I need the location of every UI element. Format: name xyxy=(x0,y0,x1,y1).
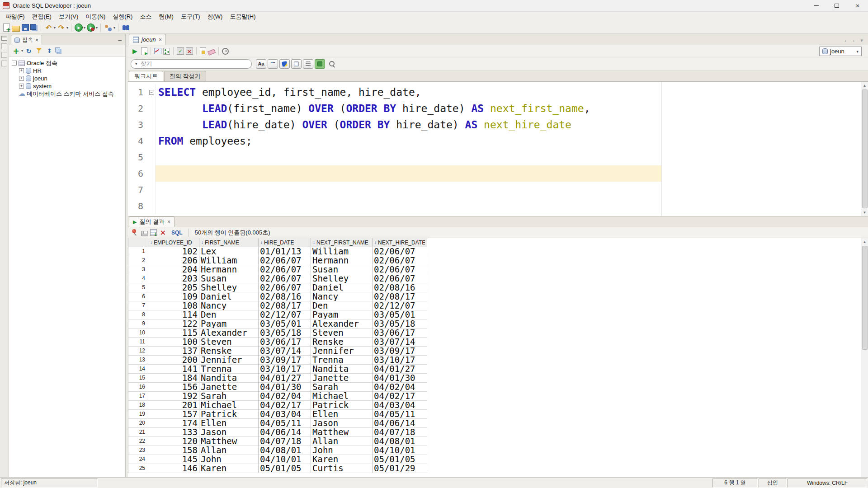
grid-cell[interactable]: 03/10/17 xyxy=(373,356,427,365)
tree-expander-icon[interactable]: − xyxy=(12,61,17,66)
grid-cell[interactable]: 03/07/14 xyxy=(259,347,311,356)
grid-cell[interactable]: 02/06/07 xyxy=(373,247,427,256)
grid-cell[interactable]: 02/08/17 xyxy=(373,292,427,301)
regex-button[interactable] xyxy=(291,59,302,69)
fold-collapse-icon[interactable]: − xyxy=(149,90,154,95)
save-icon[interactable] xyxy=(22,24,29,31)
grid-cell[interactable]: Renske xyxy=(199,347,259,356)
grid-cell[interactable]: 03/10/17 xyxy=(259,365,311,374)
grid-cell[interactable]: Karen xyxy=(311,455,373,464)
grid-cell[interactable]: Allan xyxy=(311,437,373,446)
grid-cell[interactable]: 05/01/29 xyxy=(373,464,427,473)
grid-cell[interactable]: Alexander xyxy=(199,328,259,338)
grid-cell[interactable]: Janette xyxy=(199,383,259,392)
grid-cell[interactable]: Trenna xyxy=(311,356,373,365)
code-line-7[interactable]: 7 xyxy=(128,182,868,198)
dropdown-caret-icon[interactable]: ▾ xyxy=(84,26,85,30)
grid-cell[interactable]: Jennifer xyxy=(199,356,259,365)
code-line-2[interactable]: 2 LEAD(first_name) OVER (ORDER BY hire_d… xyxy=(128,100,868,117)
grid-cell[interactable]: 03/09/17 xyxy=(373,347,427,356)
editor-tab-joeun[interactable]: joeun × xyxy=(129,34,166,45)
grid-cell[interactable]: Patrick xyxy=(199,410,259,419)
grid-cell[interactable]: 115 xyxy=(148,328,199,338)
grid-cell[interactable]: 05/01/05 xyxy=(259,464,311,473)
row-number-cell[interactable]: 4 xyxy=(128,274,148,283)
grid-cell[interactable]: 04/03/04 xyxy=(373,401,427,410)
dropdown-caret-icon[interactable]: ▾ xyxy=(21,49,23,53)
grid-cell[interactable]: Jason xyxy=(199,428,259,437)
prev-tab-icon[interactable]: ‹ xyxy=(842,38,849,43)
tree-expander-icon[interactable]: + xyxy=(19,68,24,73)
row-number-cell[interactable]: 23 xyxy=(128,446,148,455)
grid-cell[interactable]: Hermann xyxy=(199,265,259,274)
row-number-cell[interactable]: 16 xyxy=(128,383,148,392)
grid-cell[interactable]: 05/01/05 xyxy=(373,455,427,464)
unshared-icon[interactable] xyxy=(200,47,206,55)
grid-cell[interactable]: Jason xyxy=(311,419,373,428)
grid-cell[interactable]: Den xyxy=(311,301,373,310)
row-number-cell[interactable]: 20 xyxy=(128,419,148,428)
code-line-3[interactable]: 3 LEAD(hire_date) OVER (ORDER BY hire_da… xyxy=(128,117,868,133)
grid-cell[interactable]: 02/08/16 xyxy=(373,283,427,292)
rollback-icon[interactable] xyxy=(186,47,193,55)
row-number-cell[interactable]: 13 xyxy=(128,356,148,365)
row-number-cell[interactable]: 1 xyxy=(128,247,148,256)
dock-icon[interactable] xyxy=(1,36,7,41)
grid-cell[interactable]: 04/03/04 xyxy=(259,410,311,419)
row-number-cell[interactable]: 17 xyxy=(128,392,148,401)
grid-cell[interactable]: Nandita xyxy=(311,365,373,374)
grid-cell[interactable]: 205 xyxy=(148,283,199,292)
run-statement-icon[interactable] xyxy=(131,47,139,56)
grid-cell[interactable]: Nancy xyxy=(311,292,373,301)
vertical-tab-icon[interactable] xyxy=(1,43,7,49)
grid-cell[interactable]: Den xyxy=(199,310,259,319)
grid-cell[interactable]: 201 xyxy=(148,401,199,410)
grid-cell[interactable]: 137 xyxy=(148,347,199,356)
clear-icon[interactable] xyxy=(208,49,216,55)
row-number-cell[interactable]: 24 xyxy=(128,455,148,464)
search-options-icon[interactable] xyxy=(329,61,335,67)
close-button[interactable]: × xyxy=(847,0,868,11)
grid-cell[interactable]: 203 xyxy=(148,274,199,283)
grid-cell[interactable]: Sarah xyxy=(311,383,373,392)
collapse-all-icon[interactable] xyxy=(55,47,60,52)
grid-cell[interactable]: 04/10/01 xyxy=(373,446,427,455)
grid-cell[interactable]: 02/06/07 xyxy=(259,274,311,283)
grid-cell[interactable]: Allan xyxy=(199,446,259,455)
grid-cell[interactable]: 133 xyxy=(148,428,199,437)
commit-icon[interactable] xyxy=(177,47,184,55)
row-number-cell[interactable]: 15 xyxy=(128,374,148,383)
grid-cell[interactable]: Nancy xyxy=(199,301,259,310)
grid-cell[interactable]: 04/02/17 xyxy=(373,392,427,401)
grid-cell[interactable]: Trenna xyxy=(199,365,259,374)
run-script-icon[interactable] xyxy=(141,47,147,55)
code-line-5[interactable]: 5 xyxy=(128,149,868,165)
row-number-cell[interactable]: 19 xyxy=(128,410,148,419)
row-number-cell[interactable]: 8 xyxy=(128,310,148,319)
tab-query-builder[interactable]: 질의 작성기 xyxy=(164,71,206,81)
pin-icon[interactable] xyxy=(131,228,139,237)
explain-plan-icon[interactable] xyxy=(163,48,170,55)
tree-item-hr[interactable]: +HR xyxy=(9,67,125,75)
grid-cell[interactable]: 03/06/17 xyxy=(373,328,427,338)
grid-cell[interactable]: 04/02/17 xyxy=(259,401,311,410)
scroll-up-icon[interactable]: ▲ xyxy=(861,82,868,89)
row-number-cell[interactable]: 2 xyxy=(128,256,148,265)
grid-cell[interactable]: Renske xyxy=(311,338,373,347)
find-db-icon[interactable] xyxy=(122,23,130,32)
delete-icon[interactable] xyxy=(159,228,167,237)
grid-cell[interactable]: 158 xyxy=(148,446,199,455)
grid-cell[interactable]: 02/12/07 xyxy=(373,301,427,310)
grid-cell[interactable]: 02/12/07 xyxy=(259,310,311,319)
row-number-cell[interactable]: 25 xyxy=(128,464,148,473)
grid-cell[interactable]: 02/08/16 xyxy=(259,292,311,301)
grid-cell[interactable]: 04/08/01 xyxy=(373,437,427,446)
grid-cell[interactable]: Daniel xyxy=(311,283,373,292)
grid-cell[interactable]: Payam xyxy=(199,319,259,328)
menu-item[interactable]: 편집(E) xyxy=(28,12,55,22)
grid-cell[interactable]: Michael xyxy=(199,401,259,410)
grid-cell[interactable]: Ellen xyxy=(199,419,259,428)
column-header-EMPLOYEE_ID[interactable]: ↕EMPLOYEE_ID xyxy=(148,238,199,247)
row-number-cell[interactable]: 18 xyxy=(128,401,148,410)
grid-cell[interactable]: 145 xyxy=(148,455,199,464)
